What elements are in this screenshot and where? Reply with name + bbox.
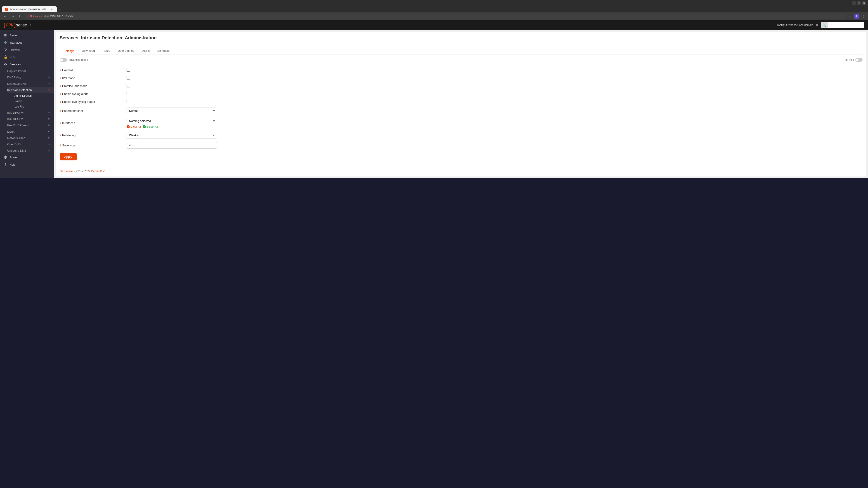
select-all-button[interactable]: ✓ Select All [143,125,158,128]
sidebar-item-help[interactable]: ? Help [0,161,54,168]
network-time-icon: ↻ [47,136,51,140]
close-button[interactable]: ✕ [862,1,866,5]
sidebar-item-dnsmasq[interactable]: Dnsmasq DNS 🏷 [7,80,54,87]
sidebar-item-isc-dhcpv4[interactable]: ISC DHCPv4 ↻ [7,109,54,116]
sidebar-item-opendns[interactable]: OpenDNS 🏷 [7,141,54,147]
back-button[interactable]: ← [2,14,8,19]
tab-download[interactable]: Download [78,47,99,54]
search-input[interactable] [828,22,864,28]
checkbox-ips-mode[interactable] [127,76,130,79]
sidebar-item-interfaces[interactable]: 🔗 Interfaces [0,39,54,46]
app-container: [ OPN ] sense ‹ root@OPNsense.localdomai… [0,20,868,178]
clear-all-button[interactable]: ✕ Clear All [127,125,141,128]
form-row-save-logs: ℹ Save logs [60,140,863,151]
maximize-button[interactable]: □ [857,1,861,5]
minimize-button[interactable]: ─ [852,1,856,5]
search-bar: 🔍 [821,22,864,28]
tab-settings[interactable]: Settings [60,47,78,55]
sidebar-item-power[interactable]: ⏻ Power [0,154,54,161]
sidebar-item-monit[interactable]: Monit ♥ [7,128,54,135]
sidebar-item-administration[interactable]: Administration [11,93,54,98]
sidebar-item-kea-dhcp[interactable]: Kea DHCP [new] ↻ [7,122,54,128]
search-button[interactable]: 🔍 [821,22,828,28]
control-interfaces: Nothing selected ✕ Clear All ✓ Select Al… [127,118,863,128]
info-icon-ips-mode[interactable]: ℹ [60,76,61,80]
profile-button[interactable]: A [854,13,860,19]
firewall-icon: 🛡 [4,48,7,52]
info-icon-interfaces[interactable]: ℹ [60,121,61,125]
checkbox-enabled[interactable] [127,68,130,72]
sidebar-item-network-time[interactable]: Network Time ↻ [7,135,54,141]
form-row-ips-mode: ℹ IPS mode [60,74,863,82]
select-all-icon: ✓ [143,125,146,128]
bookmark-button[interactable]: ☆ [848,13,852,19]
info-icon-rotate-log[interactable]: ℹ [60,133,61,137]
sidebar-item-vpn[interactable]: 🔒 VPN [0,53,54,61]
label-ips-mode: ℹ IPS mode [60,76,123,80]
sidebar-label-firewall: Firewall [9,48,20,52]
advanced-mode-toggle[interactable] [60,58,67,62]
sidebar-item-unbound-dns[interactable]: Unbound DNS 🏷 [7,147,54,154]
select-pattern-matcher[interactable]: Default Hyperscan AC-BS AC-Aho-Corasick [127,107,217,114]
tab-alerts[interactable]: Alerts [138,47,153,54]
services-icon: ⚙ [4,62,7,66]
control-syslog-alerts [127,92,863,96]
vpn-icon: 🔒 [4,55,7,59]
sidebar-label-isc-dhcpv4: ISC DHCPv4 [7,111,24,114]
sidebar-label-unbound-dns: Unbound DNS [7,149,26,152]
sidebar-item-intrusion-detection[interactable]: Intrusion Detection 🛡 [7,87,54,93]
logo-bracket-left: [ [4,22,5,28]
sidebar-item-isc-dhcpv6[interactable]: ISC DHCPv6 ↻ [7,116,54,122]
sidebar-label-kea-dhcp: Kea DHCP [new] [7,124,29,127]
tab-schedule[interactable]: Schedule [153,47,174,54]
footer-opnsense-link[interactable]: OPNsense [60,170,73,173]
select-interfaces[interactable]: Nothing selected [127,118,217,124]
info-icon-eve-syslog[interactable]: ℹ [60,100,61,103]
browser-tab-active[interactable]: 🛡 Administration | Intrusion Dete... ✕ [2,6,57,12]
label-eve-syslog: ℹ Enable eve syslog output [60,100,123,103]
sidebar-label-dnsmasq: Dnsmasq DNS [7,82,27,86]
sidebar-label-policy: Policy [14,100,22,103]
monit-icon: ♥ [47,130,51,133]
checkbox-promiscuous[interactable] [127,84,130,88]
url-bar[interactable]: ⚠ Not secure https://192.168.1.1/ui/ids [25,14,846,19]
sidebar-toggle-button[interactable]: ‹ [29,22,32,28]
info-icon-syslog-alerts[interactable]: ℹ [60,92,61,96]
captive-portal-icon: ✈ [47,69,51,73]
new-tab-button[interactable]: + [57,6,63,12]
full-help-toggle[interactable] [855,58,863,62]
menu-button[interactable]: ⋮ [861,13,866,19]
form-row-interfaces: ℹ Interfaces Nothing selected ✕ Clear A [60,116,863,130]
info-icon-promiscuous[interactable]: ℹ [60,84,61,88]
checkbox-syslog-alerts[interactable] [127,92,130,95]
info-icon-enabled[interactable]: ℹ [60,68,61,72]
reload-button[interactable]: ↻ [18,14,23,19]
tab-user-defined[interactable]: User defined [114,47,138,54]
dnsmasq-icon: 🏷 [47,82,51,86]
checkbox-eve-syslog[interactable] [127,100,130,103]
label-syslog-alerts: ℹ Enable syslog alerts [60,92,123,96]
control-pattern-matcher: Default Hyperscan AC-BS AC-Aho-Corasick [127,107,863,114]
sidebar-item-services[interactable]: ⚙ Services [0,61,54,68]
sidebar-item-dhcrelay[interactable]: DHCRelay ↻ [7,74,54,80]
info-icon-save-logs[interactable]: ℹ [60,144,61,147]
apply-button[interactable]: Apply [60,153,76,160]
sidebar-item-system[interactable]: ⊞ System [0,32,54,39]
sidebar-item-policy[interactable]: Policy [11,98,54,104]
info-icon-pattern-matcher[interactable]: ℹ [60,109,61,112]
form-row-eve-syslog: ℹ Enable eve syslog output [60,98,863,106]
select-rotate-log[interactable]: Weekly Daily Monthly [127,132,217,138]
footer-deciso-link[interactable]: Deciso B.V. [91,170,105,173]
tab-rules[interactable]: Rules [99,47,114,54]
sidebar-item-firewall[interactable]: 🛡 Firewall [0,46,54,53]
input-save-logs[interactable] [127,142,217,149]
sidebar-item-captive-portal[interactable]: Captive Portal ✈ [7,68,54,74]
sidebar-label-power: Power [9,156,18,159]
advanced-mode-row: advanced mode full help [60,58,863,62]
interfaces-icon: 🔗 [4,41,7,44]
forward-button[interactable]: → [10,14,16,19]
sidebar-item-log-file[interactable]: Log File [11,104,54,109]
tab-close-button[interactable]: ✕ [51,8,54,11]
browser-actions: ☆ A ⋮ [848,13,866,19]
advanced-mode-label: advanced mode [69,58,88,61]
